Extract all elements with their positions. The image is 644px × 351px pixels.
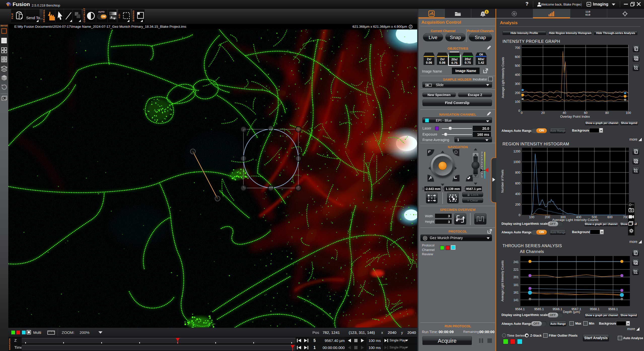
- svg-text:Average Light Intensity Counts: Average Light Intensity Counts: [501, 260, 504, 301]
- svg-text:201: 201: [513, 275, 519, 279]
- svg-text:Depth (µm): Depth (µm): [563, 310, 580, 314]
- svg-text:221: 221: [513, 268, 519, 271]
- svg-text:9568.1: 9568.1: [590, 307, 599, 311]
- svg-text:161: 161: [513, 291, 519, 294]
- svg-text:9566.1: 9566.1: [553, 307, 562, 311]
- svg-text:9565.1: 9565.1: [534, 307, 544, 311]
- svg-text:181: 181: [513, 283, 519, 287]
- svg-text:241: 241: [513, 260, 519, 264]
- svg-text:9564.1: 9564.1: [515, 307, 525, 311]
- svg-text:9569.1: 9569.1: [608, 307, 618, 311]
- svg-text:W×H: W×H: [457, 218, 463, 221]
- svg-text:i: i: [410, 25, 411, 28]
- svg-text:141: 141: [513, 298, 519, 302]
